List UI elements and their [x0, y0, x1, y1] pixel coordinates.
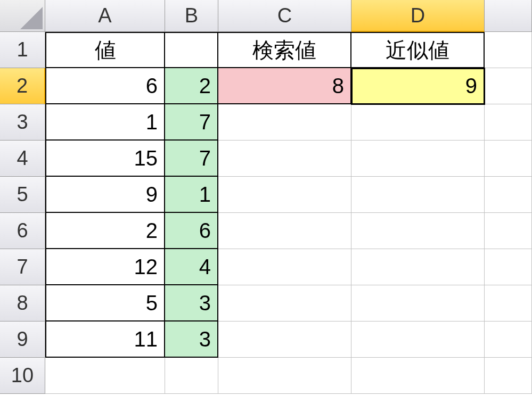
col-header-E[interactable]	[485, 0, 532, 32]
col-header-C[interactable]: C	[218, 0, 351, 32]
cell-E1[interactable]	[485, 32, 532, 68]
cell-E6[interactable]	[485, 213, 532, 249]
spreadsheet-grid: A B C D 1 値 検索値 近似値 2 6 2 8 9 3 1 7 4 15…	[0, 0, 532, 394]
cell-D5[interactable]	[351, 177, 485, 213]
cell-A6[interactable]: 2	[45, 213, 165, 249]
cell-D7[interactable]	[351, 249, 485, 285]
row-header-5[interactable]: 5	[0, 177, 45, 213]
cell-C4[interactable]	[218, 141, 351, 177]
cell-A3[interactable]: 1	[45, 104, 165, 141]
col-header-A[interactable]: A	[45, 0, 165, 32]
cell-B2[interactable]: 2	[165, 68, 218, 104]
row-header-4[interactable]: 4	[0, 141, 45, 177]
cell-B5[interactable]: 1	[165, 177, 218, 213]
cell-B3[interactable]: 7	[165, 104, 218, 141]
cell-A9[interactable]: 11	[45, 321, 165, 358]
cell-C3[interactable]	[218, 104, 351, 141]
row-header-2[interactable]: 2	[0, 68, 45, 104]
row-header-3[interactable]: 3	[0, 104, 45, 141]
cell-D4[interactable]	[351, 141, 485, 177]
cell-D6[interactable]	[351, 213, 485, 249]
cell-A8[interactable]: 5	[45, 285, 165, 321]
row-header-7[interactable]: 7	[0, 249, 45, 285]
cell-E9[interactable]	[485, 321, 532, 358]
cell-B10[interactable]	[165, 358, 218, 394]
cell-D9[interactable]	[351, 321, 485, 358]
cell-B9[interactable]: 3	[165, 321, 218, 358]
cell-D2[interactable]: 9	[351, 68, 485, 104]
row-header-10[interactable]: 10	[0, 358, 45, 394]
cell-C2[interactable]: 8	[218, 68, 351, 104]
cell-D8[interactable]	[351, 285, 485, 321]
cell-B8[interactable]: 3	[165, 285, 218, 321]
cell-C7[interactable]	[218, 249, 351, 285]
cell-B6[interactable]: 6	[165, 213, 218, 249]
cell-A4[interactable]: 15	[45, 141, 165, 177]
cell-A7[interactable]: 12	[45, 249, 165, 285]
cell-E5[interactable]	[485, 177, 532, 213]
cell-E3[interactable]	[485, 104, 532, 141]
row-header-6[interactable]: 6	[0, 213, 45, 249]
cell-A2[interactable]: 6	[45, 68, 165, 104]
cell-C10[interactable]	[218, 358, 351, 394]
cell-A1[interactable]: 値	[45, 32, 165, 68]
cell-B1[interactable]	[165, 32, 218, 68]
cell-B7[interactable]: 4	[165, 249, 218, 285]
cell-E7[interactable]	[485, 249, 532, 285]
cell-B4[interactable]: 7	[165, 141, 218, 177]
cell-E4[interactable]	[485, 141, 532, 177]
col-header-D[interactable]: D	[351, 0, 485, 32]
cell-D10[interactable]	[351, 358, 485, 394]
cell-C5[interactable]	[218, 177, 351, 213]
cell-C1[interactable]: 検索値	[218, 32, 351, 68]
cell-C6[interactable]	[218, 213, 351, 249]
row-header-9[interactable]: 9	[0, 321, 45, 358]
cell-E2[interactable]	[485, 68, 532, 104]
row-header-8[interactable]: 8	[0, 285, 45, 321]
cell-A5[interactable]: 9	[45, 177, 165, 213]
row-header-1[interactable]: 1	[0, 32, 45, 68]
cell-E10[interactable]	[485, 358, 532, 394]
cell-E8[interactable]	[485, 285, 532, 321]
col-header-B[interactable]: B	[165, 0, 218, 32]
cell-A10[interactable]	[45, 358, 165, 394]
cell-D3[interactable]	[351, 104, 485, 141]
select-all-corner[interactable]	[0, 0, 45, 32]
cell-C8[interactable]	[218, 285, 351, 321]
cell-D1[interactable]: 近似値	[351, 32, 485, 68]
cell-C9[interactable]	[218, 321, 351, 358]
